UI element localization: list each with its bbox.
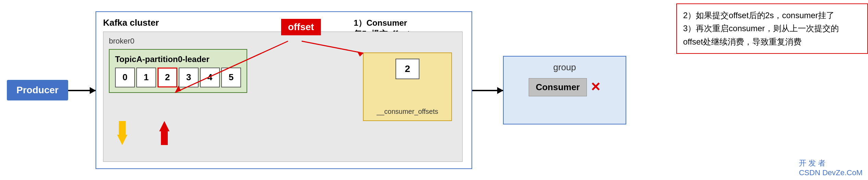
consumer-label: Consumer <box>536 82 580 92</box>
consumer-inner-box: Consumer <box>529 78 587 96</box>
broker-box: broker0 TopicA-partition0-leader 0 1 2 3… <box>103 32 463 162</box>
producer-box: Producer <box>7 80 68 100</box>
partition-box: TopicA-partition0-leader 0 1 2 3 4 5 <box>109 49 247 93</box>
kafka-cluster: Kafka cluster 1）Consumer 每5s提交offset bro… <box>96 11 472 169</box>
offset-label: offset <box>288 22 314 32</box>
group-box: group Consumer ✕ <box>503 56 626 124</box>
x-icon: ✕ <box>590 80 601 94</box>
note-line1: 2）如果提交offset后的2s，consumer挂了 <box>683 9 861 22</box>
consumer-offsets-label: __consumer_offsets <box>364 108 451 116</box>
yellow-arrow <box>117 121 127 145</box>
cell-2: 2 <box>158 68 177 87</box>
cell-4: 4 <box>200 68 220 87</box>
group-label: group <box>553 62 576 73</box>
offset-value: 2 <box>395 59 419 79</box>
watermark-text: 开 发 者 CSDN DevZe.CoM <box>799 159 863 177</box>
watermark: 开 发 者 CSDN DevZe.CoM <box>799 149 863 177</box>
partition-cells: 0 1 2 3 4 5 <box>115 68 241 87</box>
note-line2: 3）再次重启consumer，则从上一次提交的 <box>683 22 861 35</box>
cell-0: 0 <box>115 68 135 87</box>
producer-label: Producer <box>16 85 59 95</box>
note-line3: offset处继续消费，导致重复消费 <box>683 35 861 48</box>
red-arrow-up <box>159 121 169 145</box>
arrow-producer-to-kafka <box>68 90 96 91</box>
cell-5: 5 <box>221 68 241 87</box>
main-container: Producer Kafka cluster 1）Consumer 每5s提交o… <box>0 0 868 180</box>
offset-label-box: offset <box>281 19 321 35</box>
note-box: 2）如果提交offset后的2s，consumer挂了 3）再次重启consum… <box>676 3 868 54</box>
cell-1: 1 <box>136 68 156 87</box>
arrow-kafka-to-group <box>472 90 503 91</box>
cell-3: 3 <box>179 68 199 87</box>
partition-label: TopicA-partition0-leader <box>115 55 241 64</box>
consumer-row: Consumer ✕ <box>529 78 601 96</box>
step1-line1: 1）Consumer <box>354 17 410 28</box>
consumer-offsets-box: 2 __consumer_offsets <box>363 52 452 121</box>
broker-label: broker0 <box>109 37 457 46</box>
